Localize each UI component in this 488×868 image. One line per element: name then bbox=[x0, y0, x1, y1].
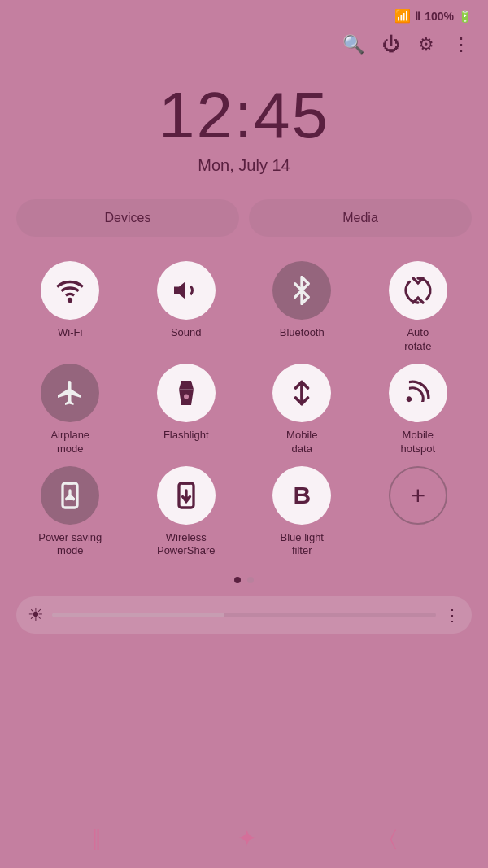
brightness-row: ☀ ⋮ bbox=[16, 596, 472, 634]
svg-point-1 bbox=[184, 394, 189, 399]
tabs-row: Devices Media bbox=[0, 183, 488, 245]
sound-label: Sound bbox=[171, 326, 202, 340]
toggle-autorotate[interactable]: Autorotate bbox=[364, 261, 473, 354]
toggle-bluetooth[interactable]: Bluetooth bbox=[248, 261, 356, 354]
power-icon[interactable]: ⏻ bbox=[382, 34, 400, 55]
tab-media[interactable]: Media bbox=[249, 199, 472, 237]
toggle-flashlight[interactable]: Flashlight bbox=[133, 364, 241, 456]
brightness-fill bbox=[52, 613, 224, 617]
battery-icon: 🔋 bbox=[458, 10, 472, 23]
brightness-icon: ☀ bbox=[28, 604, 44, 626]
wifi-circle bbox=[41, 261, 99, 320]
toggle-bluelight[interactable]: B Blue lightfilter bbox=[248, 466, 356, 559]
recents-icon[interactable]: ‖ bbox=[91, 826, 104, 851]
toggles-section: Wi-Fi Sound Bluetooth bbox=[0, 245, 488, 570]
toggle-hotspot[interactable]: Mobilehotspot bbox=[364, 364, 473, 456]
bluelight-circle: B bbox=[272, 466, 331, 525]
sound-circle bbox=[157, 261, 216, 320]
dot-2 bbox=[247, 577, 254, 583]
signal-icon: Ⅱ bbox=[415, 10, 420, 23]
powershare-label: WirelessPowerShare bbox=[157, 531, 216, 559]
bluetooth-label: Bluetooth bbox=[280, 326, 325, 340]
toggle-wifi[interactable]: Wi-Fi bbox=[16, 261, 124, 354]
mobiledata-circle bbox=[272, 364, 331, 422]
bluetooth-circle bbox=[272, 261, 331, 320]
wifi-status-icon: 📶 bbox=[394, 8, 411, 24]
date-display: Mon, July 14 bbox=[0, 156, 488, 175]
back-icon[interactable]: 〈 bbox=[390, 826, 397, 851]
powershare-circle bbox=[157, 466, 216, 525]
tab-devices[interactable]: Devices bbox=[16, 199, 239, 237]
battery-text: 100% bbox=[425, 10, 454, 23]
toggle-powershare[interactable]: WirelessPowerShare bbox=[133, 466, 241, 559]
toggle-add[interactable]: + bbox=[364, 466, 473, 559]
airplane-label: Airplanemode bbox=[50, 429, 89, 456]
home-icon[interactable]: ✦ bbox=[237, 825, 256, 852]
toggles-grid: Wi-Fi Sound Bluetooth bbox=[12, 253, 476, 566]
toggle-sound[interactable]: Sound bbox=[133, 261, 241, 354]
mobiledata-label: Mobiledata bbox=[286, 429, 317, 456]
bluelight-label: Blue lightfilter bbox=[281, 531, 324, 559]
powersaving-label: Power savingmode bbox=[38, 531, 102, 559]
flashlight-circle bbox=[157, 364, 216, 422]
search-icon[interactable]: 🔍 bbox=[342, 34, 364, 55]
autorotate-circle bbox=[389, 261, 447, 320]
flashlight-label: Flashlight bbox=[163, 429, 209, 443]
status-icons: 📶 Ⅱ 100% 🔋 bbox=[394, 8, 472, 24]
hotspot-label: Mobilehotspot bbox=[400, 429, 435, 456]
bottom-nav: ‖ ✦ 〈 bbox=[0, 813, 488, 868]
quick-actions-row: 🔍 ⏻ ⚙ ⋮ bbox=[0, 28, 488, 62]
dot-1 bbox=[234, 577, 241, 583]
svg-point-0 bbox=[69, 299, 72, 302]
more-icon[interactable]: ⋮ bbox=[452, 34, 470, 55]
status-bar: 📶 Ⅱ 100% 🔋 bbox=[0, 0, 488, 28]
toggle-powersaving[interactable]: Power savingmode bbox=[16, 466, 124, 559]
page-dots bbox=[0, 570, 488, 593]
settings-icon[interactable]: ⚙ bbox=[418, 34, 434, 55]
toggle-airplane[interactable]: Airplanemode bbox=[16, 364, 124, 456]
toggle-mobiledata[interactable]: Mobiledata bbox=[248, 364, 356, 456]
autorotate-label: Autorotate bbox=[404, 326, 431, 354]
time-display: 12:45 bbox=[0, 78, 488, 153]
add-circle: + bbox=[389, 466, 447, 525]
brightness-track[interactable] bbox=[52, 613, 436, 617]
airplane-circle bbox=[41, 364, 99, 422]
powersaving-circle bbox=[41, 466, 99, 525]
brightness-more-icon[interactable]: ⋮ bbox=[444, 605, 460, 625]
hotspot-circle bbox=[389, 364, 447, 422]
time-section: 12:45 Mon, July 14 bbox=[0, 62, 488, 183]
wifi-label: Wi-Fi bbox=[58, 326, 82, 340]
